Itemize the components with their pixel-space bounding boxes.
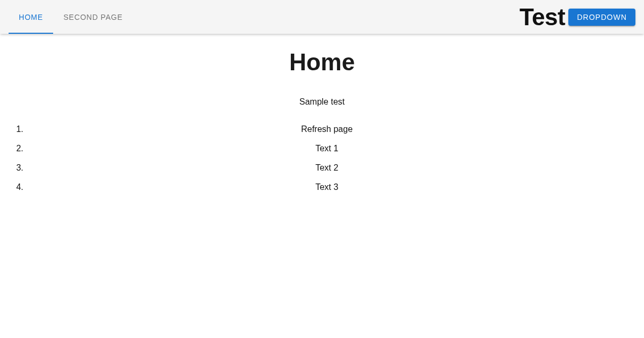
list-item-text: Text 2 [26,158,628,178]
list-item: Text 2 [26,158,628,178]
list-item-text: Text 3 [26,178,628,197]
tab-label: Second Page [63,13,122,21]
brand-title: Test [519,4,568,31]
tab-second-page[interactable]: Second Page [53,0,133,34]
list-item-text: Text 1 [26,139,628,158]
appbar: Home Second Page Test Dropdown [0,0,644,34]
tabs: Home Second Page [9,0,133,34]
list-item: Refresh page [26,120,628,139]
dropdown-button[interactable]: Dropdown [568,9,635,26]
main-content: Home Sample test Refresh page Text 1 Tex… [0,34,644,197]
list-item: Text 1 [26,139,628,158]
tab-label: Home [19,13,43,21]
ordered-list: Refresh page Text 1 Text 2 Text 3 [16,120,628,197]
list-item: Text 3 [26,178,628,197]
page-title: Home [16,49,628,76]
page-subtitle: Sample test [16,97,628,107]
list-item-text: Refresh page [26,120,628,139]
tab-home[interactable]: Home [9,0,53,34]
